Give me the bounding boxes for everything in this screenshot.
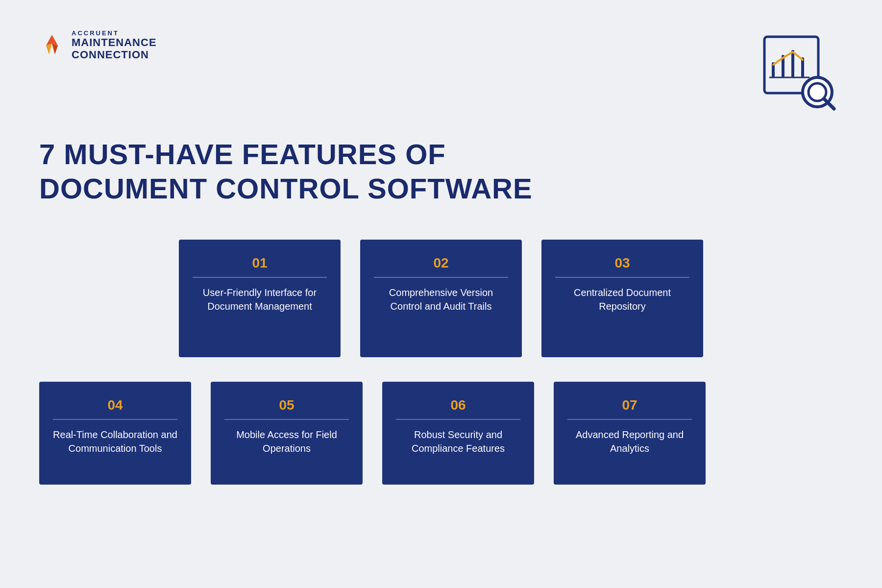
logo-connection-label: CONNECTION [72,49,157,61]
card-number-01: 01 [252,255,267,271]
cards-row-2: 04 Real-Time Collaboration and Communica… [39,382,843,485]
card-label-06: Robust Security and Compliance Features [396,428,520,455]
feature-card-06: 06 Robust Security and Compliance Featur… [382,382,534,485]
logo-icon [39,33,65,58]
card-label-07: Advanced Reporting and Analytics [567,428,692,455]
logo-area: ACCRUENT MAINTENANCE CONNECTION [39,29,157,61]
card-label-05: Mobile Access for Field Operations [224,428,349,455]
main-title: 7 MUST-HAVE FEATURES OF DOCUMENT CONTROL… [39,137,843,205]
logo-maintenance-label: MAINTENANCE [72,37,157,49]
analytics-svg-icon [755,29,843,118]
feature-card-04: 04 Real-Time Collaboration and Communica… [39,382,191,485]
card-number-02: 02 [433,255,448,271]
card-label-01: User-Friendly Interface for Document Man… [193,286,327,313]
feature-card-07: 07 Advanced Reporting and Analytics [554,382,706,485]
cards-row-1: 01 User-Friendly Interface for Document … [39,240,843,357]
card-number-07: 07 [622,397,637,413]
card-divider-04 [53,419,177,420]
card-divider-03 [555,277,689,278]
header: ACCRUENT MAINTENANCE CONNECTION [39,29,843,118]
card-number-04: 04 [107,397,122,413]
page-wrapper: ACCRUENT MAINTENANCE CONNECTION [0,0,882,588]
feature-card-02: 02 Comprehensive Version Control and Aud… [360,240,522,357]
card-divider-02 [374,277,508,278]
analytics-icon-container [755,29,843,118]
feature-card-01: 01 User-Friendly Interface for Document … [179,240,341,357]
svg-marker-0 [46,35,58,46]
logo-accruent-label: ACCRUENT [72,29,157,37]
card-divider-07 [567,419,692,420]
logo-text: ACCRUENT MAINTENANCE CONNECTION [72,29,157,61]
card-label-04: Real-Time Collaboration and Communicatio… [53,428,177,455]
feature-card-05: 05 Mobile Access for Field Operations [211,382,363,485]
card-label-02: Comprehensive Version Control and Audit … [374,286,508,313]
card-divider-05 [224,419,349,420]
card-number-05: 05 [279,397,294,413]
card-label-03: Centralized Document Repository [555,286,689,313]
title-line1: 7 MUST-HAVE FEATURES OF DOCUMENT CONTROL… [39,137,843,205]
card-number-03: 03 [614,255,630,271]
card-divider-01 [193,277,327,278]
card-divider-06 [396,419,520,420]
feature-card-03: 03 Centralized Document Repository [541,240,703,357]
card-number-06: 06 [450,397,466,413]
